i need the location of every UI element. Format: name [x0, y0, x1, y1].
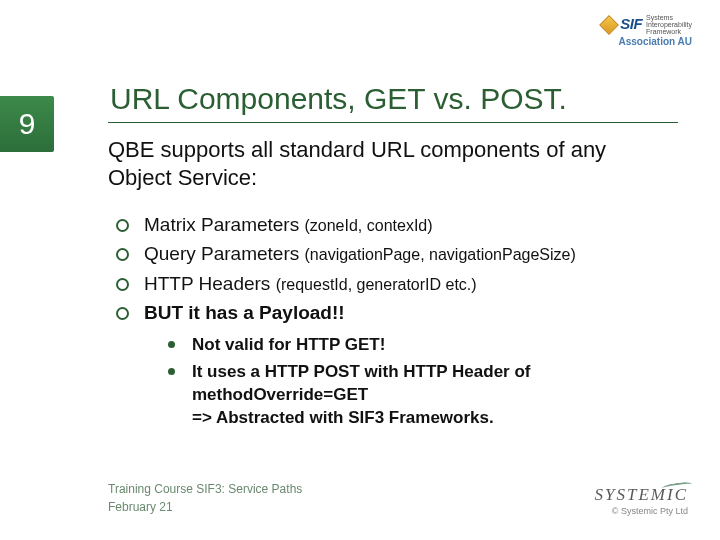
- diamond-icon: [599, 15, 619, 35]
- list-item: BUT it has a Payload!! Not valid for HTT…: [108, 298, 678, 429]
- footer-right: SYSTEMIC © Systemic Pty Ltd: [595, 485, 688, 516]
- list-item: Query Parameters (navigationPage, naviga…: [108, 239, 678, 268]
- list-item: Matrix Parameters (zoneId, contexId): [108, 210, 678, 239]
- bullet-params: (navigationPage, navigationPageSize): [305, 246, 576, 263]
- bullet-params: (requestId, generatorID etc.): [276, 276, 477, 293]
- lead-text: QBE supports all standard URL components…: [108, 136, 668, 191]
- header-logo: SIF Systems Interoperability Framework A…: [602, 14, 692, 47]
- footer-line1: Training Course SIF3: Service Paths: [108, 480, 302, 498]
- footer-line2: February 21: [108, 498, 302, 516]
- bullet-label: Matrix Parameters: [144, 214, 304, 235]
- footer-copyright: © Systemic Pty Ltd: [595, 506, 688, 516]
- logo-sub: Systems Interoperability Framework: [646, 14, 692, 35]
- page-number: 9: [19, 107, 36, 141]
- bullet-label: BUT it has a Payload!!: [144, 302, 345, 323]
- logo-association: Association AU: [602, 36, 692, 47]
- bullet-list: Matrix Parameters (zoneId, contexId) Que…: [108, 210, 678, 434]
- list-item: HTTP Headers (requestId, generatorID etc…: [108, 269, 678, 298]
- bullet-label: Query Parameters: [144, 243, 305, 264]
- sub-list-item: Not valid for HTTP GET!: [146, 334, 678, 357]
- slide-title: URL Components, GET vs. POST.: [110, 82, 567, 116]
- footer-left: Training Course SIF3: Service Paths Febr…: [108, 480, 302, 516]
- footer-brand: SYSTEMIC: [595, 485, 688, 505]
- bullet-params: (zoneId, contexId): [304, 217, 432, 234]
- page-number-badge: 9: [0, 96, 54, 152]
- sub-bullet-list: Not valid for HTTP GET! It uses a HTTP P…: [146, 334, 678, 430]
- title-rule: [108, 122, 678, 123]
- sub-list-item: It uses a HTTP POST with HTTP Header of …: [146, 361, 678, 430]
- slide: SIF Systems Interoperability Framework A…: [0, 0, 720, 540]
- logo-brand: SIF: [620, 16, 642, 33]
- bullet-label: HTTP Headers: [144, 273, 276, 294]
